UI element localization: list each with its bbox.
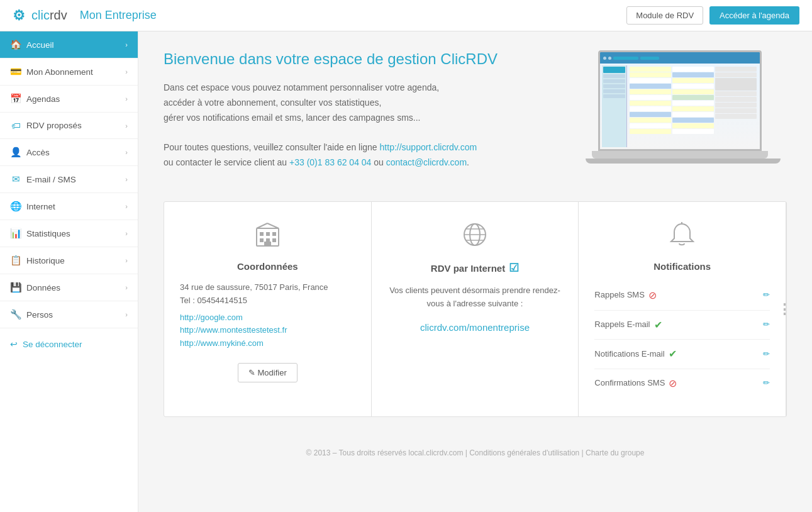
sidebar-item-left: 💳 Mon Abonnement <box>10 66 93 77</box>
chevron-right-icon: › <box>125 311 128 318</box>
sidebar-label-abonnement: Mon Abonnement <box>26 67 93 77</box>
sidebar-item-left: 📊 Statistiques <box>10 228 70 239</box>
modifier-button[interactable]: ✎ Modifier <box>238 363 298 382</box>
welcome-description: Dans cet espace vous pouvez notamment pe… <box>164 81 560 170</box>
header: ⚙ clicrdv Mon Entreprise Module de RDV A… <box>0 0 812 31</box>
welcome-section: Bienvenue dans votre espace de gestion C… <box>164 50 787 176</box>
sidebar-item-historique[interactable]: 📋 Historique › <box>0 247 138 274</box>
support-link[interactable]: http://support.clicrdv.com <box>380 142 477 152</box>
sidebar-item-email-sms[interactable]: ✉ E-mail / SMS › <box>0 166 138 193</box>
coordonnees-icon <box>180 221 355 255</box>
header-left: ⚙ clicrdv Mon Entreprise <box>13 8 157 24</box>
notification-label-group: Notifications E-mail ✔ <box>594 346 676 362</box>
chevron-right-icon: › <box>125 41 128 48</box>
sidebar-label-acces: Accès <box>26 148 50 157</box>
sidebar-item-left: ✉ E-mail / SMS <box>10 174 76 185</box>
notifications-content: Rappels SMS ⊘ ✏ Rappels E-mail ✔ ✏ Notif… <box>594 281 770 398</box>
footer-text: © 2013 – Tous droits réservés local.clic… <box>306 448 645 457</box>
sidebar-item-agendas[interactable]: 📅 Agendas › <box>0 86 138 113</box>
svg-rect-2 <box>266 232 270 236</box>
sidebar-item-abonnement[interactable]: 💳 Mon Abonnement › <box>0 58 138 86</box>
sidebar-item-left: 🏠 Accueil <box>10 39 54 50</box>
sidebar-icon-email-sms: ✉ <box>10 174 21 185</box>
svg-line-9 <box>267 223 279 228</box>
notification-label-group: Confirmations SMS ⊘ <box>594 376 677 392</box>
internet-check-icon: ☑ <box>509 261 519 275</box>
coordonnees-link[interactable]: http://www.mykiné.com <box>180 337 355 350</box>
sidebar-label-historique: Historique <box>26 256 65 265</box>
sidebar-label-statistiques: Statistiques <box>26 229 70 238</box>
chevron-right-icon: › <box>125 230 128 237</box>
sidebar-item-left: 💾 Données <box>10 282 60 293</box>
email-link[interactable]: contact@clicrdv.com <box>386 157 467 167</box>
more-options-icon: ⋮ <box>777 301 791 317</box>
sidebar-label-email-sms: E-mail / SMS <box>26 175 76 184</box>
notifications-icon <box>594 221 770 255</box>
header-right: Module de RDV Accéder à l'agenda <box>626 6 799 25</box>
coordonnees-address: 34 rue de saussure, 75017 Paris, France <box>180 281 355 294</box>
sidebar-label-internet: Internet <box>26 202 55 211</box>
cards-section: Coordonnées 34 rue de saussure, 75017 Pa… <box>164 201 787 417</box>
status-disabled-icon: ⊘ <box>669 376 677 392</box>
sidebar-item-left: 🌐 Internet <box>10 201 55 212</box>
chevron-right-icon: › <box>125 95 128 103</box>
coordonnees-link[interactable]: http://www.montesttestetest.fr <box>180 324 355 337</box>
notification-edit-icon[interactable]: ✏ <box>763 289 770 302</box>
sidebar-icon-donnees: 💾 <box>10 282 21 293</box>
sidebar-item-donnees[interactable]: 💾 Données › <box>0 274 138 301</box>
chevron-right-icon: › <box>125 148 128 156</box>
laptop-screen <box>598 50 762 151</box>
logout-button[interactable]: ↩ Se déconnecter <box>0 331 138 357</box>
sidebar-icon-abonnement: 💳 <box>10 66 21 77</box>
sidebar-icon-internet: 🌐 <box>10 201 21 212</box>
sidebar-item-internet[interactable]: 🌐 Internet › <box>0 193 138 220</box>
footer: © 2013 – Tous droits réservés local.clic… <box>164 436 787 470</box>
notification-edit-icon[interactable]: ✏ <box>763 348 770 361</box>
sidebar-item-rdv[interactable]: 🏷 RDV proposés › <box>0 113 138 139</box>
welcome-image <box>586 50 787 176</box>
svg-rect-7 <box>264 242 271 246</box>
svg-rect-1 <box>260 232 264 236</box>
coordonnees-content: 34 rue de saussure, 75017 Paris, France … <box>180 281 355 350</box>
agenda-button[interactable]: Accéder à l'agenda <box>709 6 799 25</box>
notification-row: Rappels E-mail ✔ ✏ <box>594 311 770 340</box>
welcome-p2: Pour toutes questions, veuillez consulte… <box>164 140 560 170</box>
notification-edit-icon[interactable]: ✏ <box>763 318 770 331</box>
notification-label-group: Rappels E-mail ✔ <box>594 317 662 333</box>
sidebar-item-statistiques[interactable]: 📊 Statistiques › <box>0 220 138 247</box>
notification-label: Rappels E-mail <box>594 318 650 331</box>
svg-rect-4 <box>260 238 264 242</box>
sidebar-item-left: 👤 Accès <box>10 147 50 158</box>
logout-icon: ↩ <box>10 339 18 349</box>
internet-url[interactable]: clicrdv.com/monentreprise <box>387 320 563 335</box>
status-enabled-icon: ✔ <box>654 317 662 333</box>
phone-link[interactable]: +33 (0)1 83 62 04 04 <box>289 157 371 167</box>
notification-row: Confirmations SMS ⊘ ✏ <box>594 369 770 398</box>
svg-rect-3 <box>272 232 276 236</box>
notifications-title: Notifications <box>594 261 770 272</box>
chevron-right-icon: › <box>125 175 128 183</box>
notification-edit-icon[interactable]: ✏ <box>763 377 770 390</box>
sidebar-label-donnees: Données <box>26 283 60 292</box>
main-content: Bienvenue dans votre espace de gestion C… <box>138 31 812 512</box>
svg-line-8 <box>257 223 267 228</box>
sidebar-label-rdv: RDV proposés <box>26 121 82 130</box>
sidebar-item-acces[interactable]: 👤 Accès › <box>0 139 138 166</box>
sidebar-item-accueil[interactable]: 🏠 Accueil › <box>0 31 138 58</box>
sidebar-item-persos[interactable]: 🔧 Persos › <box>0 301 138 328</box>
coordonnees-tel: Tel : 05454414515 <box>180 294 355 308</box>
sidebar-icon-persos: 🔧 <box>10 309 21 320</box>
sidebar-item-left: 🔧 Persos <box>10 309 53 320</box>
module-rdv-button[interactable]: Module de RDV <box>626 6 703 25</box>
sidebar-icon-accueil: 🏠 <box>10 39 21 50</box>
chevron-right-icon: › <box>125 122 128 130</box>
notifications-card: Notifications Rappels SMS ⊘ ✏ Rappels E-… <box>579 202 786 416</box>
notification-label-group: Rappels SMS ⊘ <box>594 287 656 304</box>
logo-icon: ⚙ <box>13 8 25 24</box>
internet-icon <box>387 221 563 255</box>
sidebar-icon-agendas: 📅 <box>10 93 21 104</box>
logo-text: clicrdv <box>31 8 67 23</box>
coordonnees-link[interactable]: http://google.com <box>180 311 355 325</box>
notification-label: Notifications E-mail <box>594 348 664 361</box>
internet-title: RDV par Internet ☑ <box>387 261 563 275</box>
